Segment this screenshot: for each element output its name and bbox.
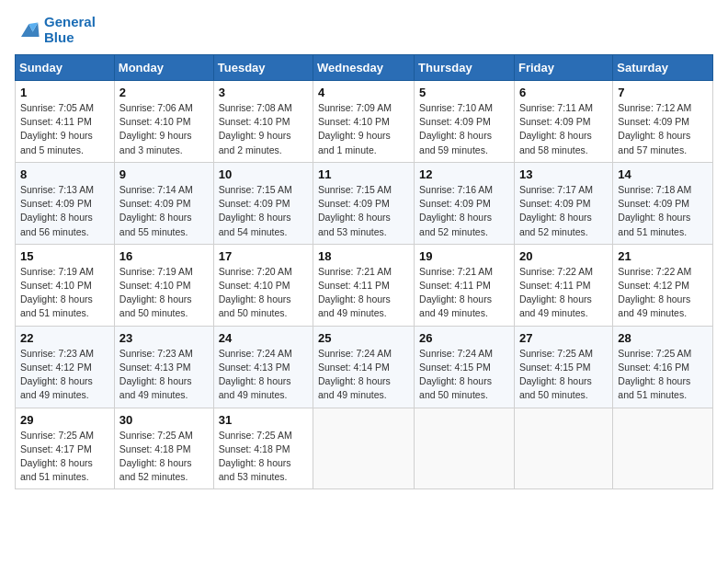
day-detail: Sunrise: 7:24 AMSunset: 4:14 PMDaylight:… xyxy=(318,347,409,403)
day-number: 10 xyxy=(219,167,308,181)
calendar-day-cell: 21Sunrise: 7:22 AMSunset: 4:12 PMDayligh… xyxy=(613,244,713,326)
logo: General Blue xyxy=(15,15,96,45)
calendar-day-cell: 12Sunrise: 7:16 AMSunset: 4:09 PMDayligh… xyxy=(415,162,515,244)
day-number: 3 xyxy=(219,86,308,99)
calendar-day-cell: 28Sunrise: 7:25 AMSunset: 4:16 PMDayligh… xyxy=(613,326,713,408)
day-detail: Sunrise: 7:24 AMSunset: 4:15 PMDaylight:… xyxy=(419,347,509,403)
day-detail: Sunrise: 7:05 AMSunset: 4:11 PMDaylight:… xyxy=(20,101,109,157)
day-number: 6 xyxy=(519,86,608,99)
calendar-day-cell: 4Sunrise: 7:09 AMSunset: 4:10 PMDaylight… xyxy=(313,81,415,163)
calendar-day-cell: 6Sunrise: 7:11 AMSunset: 4:09 PMDaylight… xyxy=(514,81,612,163)
day-detail: Sunrise: 7:18 AMSunset: 4:09 PMDaylight:… xyxy=(618,183,708,239)
calendar-day-cell: 20Sunrise: 7:22 AMSunset: 4:11 PMDayligh… xyxy=(514,244,612,326)
empty-calendar-cell xyxy=(514,408,612,489)
day-header-sunday: Sunday xyxy=(16,55,115,81)
day-detail: Sunrise: 7:11 AMSunset: 4:09 PMDaylight:… xyxy=(519,101,608,157)
calendar-day-cell: 9Sunrise: 7:14 AMSunset: 4:09 PMDaylight… xyxy=(114,162,213,244)
calendar-day-cell: 23Sunrise: 7:23 AMSunset: 4:13 PMDayligh… xyxy=(114,326,213,408)
calendar-week-row: 1Sunrise: 7:05 AMSunset: 4:11 PMDaylight… xyxy=(16,81,713,163)
day-number: 26 xyxy=(419,331,509,345)
day-detail: Sunrise: 7:22 AMSunset: 4:12 PMDaylight:… xyxy=(618,265,708,321)
day-detail: Sunrise: 7:25 AMSunset: 4:17 PMDaylight:… xyxy=(20,429,109,485)
calendar-day-cell: 30Sunrise: 7:25 AMSunset: 4:18 PMDayligh… xyxy=(114,408,213,489)
day-number: 1 xyxy=(20,86,109,99)
day-detail: Sunrise: 7:15 AMSunset: 4:09 PMDaylight:… xyxy=(219,183,308,239)
calendar-week-row: 8Sunrise: 7:13 AMSunset: 4:09 PMDaylight… xyxy=(16,162,713,244)
day-number: 9 xyxy=(119,167,209,181)
day-detail: Sunrise: 7:25 AMSunset: 4:15 PMDaylight:… xyxy=(519,347,608,403)
day-number: 16 xyxy=(119,249,209,263)
day-detail: Sunrise: 7:19 AMSunset: 4:10 PMDaylight:… xyxy=(119,265,209,321)
day-header-wednesday: Wednesday xyxy=(313,55,415,81)
calendar-day-cell: 5Sunrise: 7:10 AMSunset: 4:09 PMDaylight… xyxy=(415,81,515,163)
calendar-day-cell: 19Sunrise: 7:21 AMSunset: 4:11 PMDayligh… xyxy=(415,244,515,326)
day-number: 4 xyxy=(318,86,409,99)
day-number: 23 xyxy=(119,331,209,345)
calendar-day-cell: 17Sunrise: 7:20 AMSunset: 4:10 PMDayligh… xyxy=(213,244,313,326)
calendar-day-cell: 22Sunrise: 7:23 AMSunset: 4:12 PMDayligh… xyxy=(16,326,115,408)
calendar-day-cell: 24Sunrise: 7:24 AMSunset: 4:13 PMDayligh… xyxy=(213,326,313,408)
day-detail: Sunrise: 7:17 AMSunset: 4:09 PMDaylight:… xyxy=(519,183,608,239)
day-detail: Sunrise: 7:10 AMSunset: 4:09 PMDaylight:… xyxy=(419,101,509,157)
calendar-day-cell: 8Sunrise: 7:13 AMSunset: 4:09 PMDaylight… xyxy=(16,162,115,244)
day-detail: Sunrise: 7:25 AMSunset: 4:18 PMDaylight:… xyxy=(119,429,209,485)
day-detail: Sunrise: 7:23 AMSunset: 4:12 PMDaylight:… xyxy=(20,347,109,403)
empty-calendar-cell xyxy=(415,408,515,489)
day-detail: Sunrise: 7:20 AMSunset: 4:10 PMDaylight:… xyxy=(219,265,308,321)
day-detail: Sunrise: 7:16 AMSunset: 4:09 PMDaylight:… xyxy=(419,183,509,239)
calendar-table: SundayMondayTuesdayWednesdayThursdayFrid… xyxy=(15,54,713,489)
day-detail: Sunrise: 7:12 AMSunset: 4:09 PMDaylight:… xyxy=(618,101,708,157)
day-number: 17 xyxy=(219,249,308,263)
day-detail: Sunrise: 7:15 AMSunset: 4:09 PMDaylight:… xyxy=(318,183,409,239)
calendar-day-cell: 7Sunrise: 7:12 AMSunset: 4:09 PMDaylight… xyxy=(613,81,713,163)
day-header-tuesday: Tuesday xyxy=(213,55,313,81)
calendar-day-cell: 13Sunrise: 7:17 AMSunset: 4:09 PMDayligh… xyxy=(514,162,612,244)
day-header-thursday: Thursday xyxy=(415,55,515,81)
day-number: 29 xyxy=(20,413,109,427)
day-detail: Sunrise: 7:23 AMSunset: 4:13 PMDaylight:… xyxy=(119,347,209,403)
calendar-day-cell: 31Sunrise: 7:25 AMSunset: 4:18 PMDayligh… xyxy=(213,408,313,489)
day-number: 22 xyxy=(20,331,109,345)
calendar-day-cell: 18Sunrise: 7:21 AMSunset: 4:11 PMDayligh… xyxy=(313,244,415,326)
day-number: 2 xyxy=(119,86,209,99)
header: General Blue xyxy=(15,15,713,45)
day-detail: Sunrise: 7:25 AMSunset: 4:18 PMDaylight:… xyxy=(219,429,308,485)
empty-calendar-cell xyxy=(313,408,415,489)
calendar-week-row: 15Sunrise: 7:19 AMSunset: 4:10 PMDayligh… xyxy=(16,244,713,326)
day-detail: Sunrise: 7:08 AMSunset: 4:10 PMDaylight:… xyxy=(219,101,308,157)
logo-bird-icon xyxy=(15,17,40,43)
calendar-day-cell: 2Sunrise: 7:06 AMSunset: 4:10 PMDaylight… xyxy=(114,81,213,163)
day-number: 30 xyxy=(119,413,209,427)
calendar-day-cell: 15Sunrise: 7:19 AMSunset: 4:10 PMDayligh… xyxy=(16,244,115,326)
day-header-friday: Friday xyxy=(514,55,612,81)
day-number: 20 xyxy=(519,249,608,263)
day-number: 31 xyxy=(219,413,308,427)
day-number: 11 xyxy=(318,167,409,181)
calendar-day-cell: 10Sunrise: 7:15 AMSunset: 4:09 PMDayligh… xyxy=(213,162,313,244)
day-number: 24 xyxy=(219,331,308,345)
day-number: 18 xyxy=(318,249,409,263)
day-detail: Sunrise: 7:13 AMSunset: 4:09 PMDaylight:… xyxy=(20,183,109,239)
day-number: 5 xyxy=(419,86,509,99)
day-number: 14 xyxy=(618,167,708,181)
calendar-week-row: 29Sunrise: 7:25 AMSunset: 4:17 PMDayligh… xyxy=(16,408,713,489)
day-number: 15 xyxy=(20,249,109,263)
day-detail: Sunrise: 7:21 AMSunset: 4:11 PMDaylight:… xyxy=(318,265,409,321)
day-number: 12 xyxy=(419,167,509,181)
calendar-day-cell: 1Sunrise: 7:05 AMSunset: 4:11 PMDaylight… xyxy=(16,81,115,163)
calendar-day-cell: 3Sunrise: 7:08 AMSunset: 4:10 PMDaylight… xyxy=(213,81,313,163)
day-number: 8 xyxy=(20,167,109,181)
day-detail: Sunrise: 7:24 AMSunset: 4:13 PMDaylight:… xyxy=(219,347,308,403)
day-detail: Sunrise: 7:06 AMSunset: 4:10 PMDaylight:… xyxy=(119,101,209,157)
calendar-day-cell: 27Sunrise: 7:25 AMSunset: 4:15 PMDayligh… xyxy=(514,326,612,408)
logo-text: General Blue xyxy=(44,15,96,45)
day-detail: Sunrise: 7:22 AMSunset: 4:11 PMDaylight:… xyxy=(519,265,608,321)
day-detail: Sunrise: 7:09 AMSunset: 4:10 PMDaylight:… xyxy=(318,101,409,157)
day-detail: Sunrise: 7:14 AMSunset: 4:09 PMDaylight:… xyxy=(119,183,209,239)
day-detail: Sunrise: 7:21 AMSunset: 4:11 PMDaylight:… xyxy=(419,265,509,321)
calendar-day-cell: 16Sunrise: 7:19 AMSunset: 4:10 PMDayligh… xyxy=(114,244,213,326)
calendar-day-cell: 29Sunrise: 7:25 AMSunset: 4:17 PMDayligh… xyxy=(16,408,115,489)
day-number: 21 xyxy=(618,249,708,263)
day-number: 19 xyxy=(419,249,509,263)
calendar-day-cell: 26Sunrise: 7:24 AMSunset: 4:15 PMDayligh… xyxy=(415,326,515,408)
